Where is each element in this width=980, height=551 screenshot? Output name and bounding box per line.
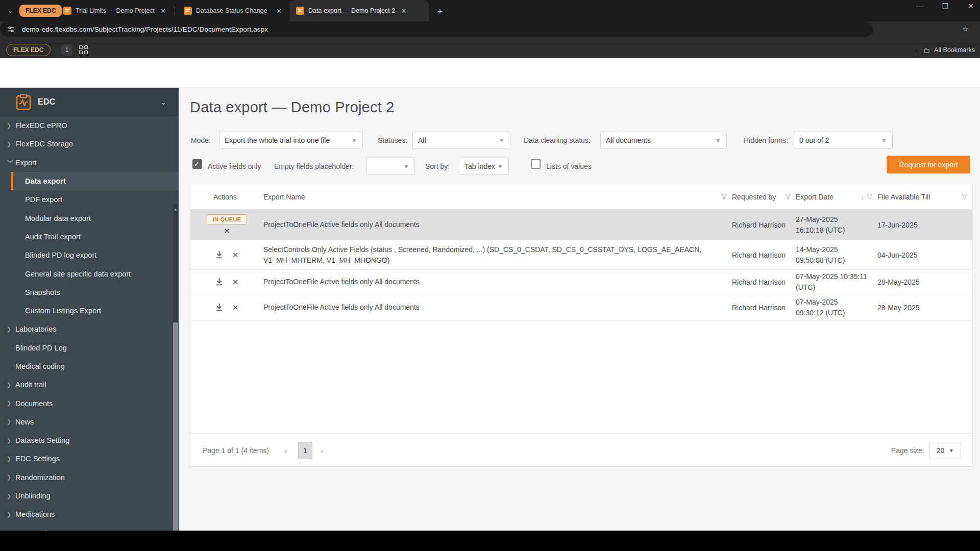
tab-close-icon[interactable]: ✕ <box>399 6 408 15</box>
prev-page-icon[interactable]: ‹ <box>284 446 287 455</box>
sidebar-item-data-export[interactable]: Data export <box>11 172 179 190</box>
sidebar-item-label: Laboratories <box>15 325 57 333</box>
sidebar-item-snapshots[interactable]: Snapshots <box>0 283 179 302</box>
page-size-select[interactable]: 20 ▼ <box>929 442 961 459</box>
status-badge: IN QUEUE <box>207 214 248 224</box>
empty-placeholder-select[interactable]: ▼ <box>366 158 415 174</box>
filter-icon[interactable] <box>785 194 791 199</box>
filter-icon[interactable] <box>962 194 967 199</box>
sidebar-item-label: Randomization <box>15 473 65 482</box>
page-number-button[interactable]: 1 <box>298 442 312 459</box>
delete-export-icon[interactable]: ✕ <box>232 278 239 287</box>
bookmark-count-badge[interactable]: 1 <box>61 44 72 56</box>
sidebar-scrollbar[interactable]: ▲ ▼ <box>173 204 178 531</box>
filter-icon[interactable] <box>721 194 727 199</box>
delete-export-icon[interactable]: ✕ <box>232 303 239 312</box>
sidebar-item-medications[interactable]: ❯Medications <box>0 505 179 523</box>
sidebar-item-modular-data-export[interactable]: Modular data export <box>0 209 179 227</box>
tab-divider <box>175 6 175 15</box>
sidebar-item-randomization[interactable]: ❯Randomization <box>0 468 179 487</box>
tab-group-pill[interactable]: FLEX EDC <box>19 5 62 17</box>
sidebar-item-flexedc-storage[interactable]: ❯FlexEDC Storage <box>0 135 179 153</box>
sidebar-item-medical-coding[interactable]: Medical coding <box>0 357 179 375</box>
table-row[interactable]: ✕ProjectToOneFile Active fields only All… <box>190 294 972 321</box>
scrollbar-thumb[interactable] <box>173 322 178 531</box>
cleaning-status-select[interactable]: All documents▼ <box>600 132 727 148</box>
column-actions: Actions <box>190 193 263 201</box>
minimize-button[interactable]: — <box>915 2 925 10</box>
file-available-till: 17-Jun-2025 <box>877 221 972 229</box>
download-icon[interactable] <box>215 278 223 286</box>
export-name: ProjectToOneFile Active fields only All … <box>263 277 732 287</box>
sidebar-item-datasets-setting[interactable]: ❯Datasets Setting <box>0 431 179 449</box>
sidebar-item-general-site-specific-data-export[interactable]: General site specific data export <box>0 264 179 283</box>
sort-by-select[interactable]: Tab index▼ <box>459 158 509 174</box>
new-tab-button[interactable]: ＋ <box>434 5 446 17</box>
apps-grid-icon[interactable] <box>79 45 88 55</box>
delete-export-icon[interactable]: ✕ <box>224 227 230 236</box>
download-icon[interactable] <box>215 304 223 312</box>
sidebar-item-label: FlexEDC Storage <box>15 140 73 148</box>
request-export-button[interactable]: Request for export <box>887 156 970 173</box>
sidebar-item-label: Medications <box>15 510 55 518</box>
sidebar-item-edc-settings[interactable]: ❯EDC Settings <box>0 449 179 468</box>
tab-close-icon[interactable]: ✕ <box>159 6 167 15</box>
site-settings-icon[interactable] <box>7 26 15 33</box>
sidebar-item-documents[interactable]: ❯Documents <box>0 394 179 412</box>
tab-close-icon[interactable]: ✕ <box>275 6 283 15</box>
sidebar-item-unblinding[interactable]: ❯Unblinding <box>0 487 179 505</box>
sidebar-item-custom-listings-export[interactable]: Custom Listings Export <box>0 302 179 320</box>
next-page-icon[interactable]: › <box>321 446 323 455</box>
address-bar[interactable]: demo-edc.flexdbs.com/SubjectTracking/Pro… <box>0 21 873 37</box>
tab-data-export-active[interactable]: Data export — Demo Project 2 ✕ <box>290 0 429 21</box>
sidebar-item-export[interactable]: ❯Export <box>0 154 179 172</box>
sidebar-item-flexedc-epro[interactable]: ❯FlexEDC ePRO <box>0 116 179 135</box>
chevron-down-icon: ▼ <box>881 137 887 144</box>
lists-of-values-checkbox[interactable] <box>531 159 541 169</box>
tab-database-status[interactable]: Database Status Change — Der ✕ <box>178 0 288 21</box>
sidebar-edc-header[interactable]: EDC ⌄ <box>0 88 179 116</box>
sidebar-item-blinded-pd-log[interactable]: Blinded PD Log <box>0 339 179 357</box>
pagination: Page 1 of 1 (4 items) ‹ 1 › Page size: 2… <box>190 433 972 467</box>
tab-search-chevron-icon[interactable]: ⌄ <box>4 5 16 17</box>
sidebar-item-blinded-pd-log-export[interactable]: Blinded PD log export <box>0 246 179 264</box>
tab-trial-limits[interactable]: Trial Limits — Demo Project 2 ✕ <box>57 0 173 21</box>
active-fields-checkbox[interactable] <box>192 159 202 169</box>
bookmark-star-icon[interactable]: ☆ <box>962 24 969 34</box>
sidebar-item-label: Data export <box>25 177 66 185</box>
mode-select[interactable]: Export the whole trial into one file▼ <box>219 132 363 148</box>
delete-export-icon[interactable]: ✕ <box>232 251 239 260</box>
download-icon[interactable] <box>215 251 223 259</box>
close-button[interactable]: ✕ <box>966 2 976 10</box>
export-date: 07-May-2025 10:35:11 (UTC) <box>796 271 877 292</box>
page-summary: Page 1 of 1 (4 items) <box>203 446 269 455</box>
column-export-date: Export Date ↓ <box>796 193 877 201</box>
export-name: ProjectToOneFile Active fields only All … <box>263 302 732 312</box>
folder-icon: 🗀 <box>923 46 930 54</box>
sidebar-item-news[interactable]: ❯News <box>0 413 179 431</box>
browser-tabstrip: ⌄ FLEX EDC Trial Limits — Demo Project 2… <box>0 0 980 21</box>
bookmark-flex-edc[interactable]: FLEX EDC <box>6 44 51 56</box>
filter-icon[interactable] <box>867 194 872 199</box>
scroll-up-icon[interactable]: ▲ <box>173 207 178 212</box>
sidebar-item-drug-assignment[interactable]: ❯Drug Assignment <box>0 524 179 531</box>
flex-favicon-icon <box>184 7 192 15</box>
table-row[interactable]: ✕SelectControls Only Active Fields (stat… <box>190 240 972 270</box>
sidebar-item-label: Audit trail <box>15 381 46 389</box>
sort-desc-icon[interactable]: ↓ <box>861 193 864 201</box>
chevron-down-icon: ❯ <box>7 159 14 166</box>
sidebar-item-pdf-export[interactable]: PDF export <box>0 190 179 209</box>
statuses-select[interactable]: All▼ <box>412 132 510 148</box>
requested-by: Richard Harrison <box>732 304 796 312</box>
restore-button[interactable]: ❐ <box>940 2 950 10</box>
table-row[interactable]: ✕ProjectToOneFile Active fields only All… <box>190 270 972 294</box>
sidebar-item-audit-trail-export[interactable]: Audit Trail export <box>0 228 179 246</box>
all-bookmarks[interactable]: 🗀 All Bookmarks <box>916 41 975 59</box>
table-row[interactable]: IN QUEUE✕ProjectToOneFile Active fields … <box>190 210 972 240</box>
export-date: 14-May-2025 09:50:08 (UTC) <box>796 244 877 265</box>
chevron-right-icon: ❯ <box>7 326 14 333</box>
sidebar-item-audit-trail[interactable]: ❯Audit trail <box>0 375 179 394</box>
sidebar-item-label: Custom Listings Export <box>25 307 101 315</box>
sidebar-item-laboratories[interactable]: ❯Laboratories <box>0 320 179 338</box>
hidden-forms-select[interactable]: 0 out of 2▼ <box>794 132 893 148</box>
